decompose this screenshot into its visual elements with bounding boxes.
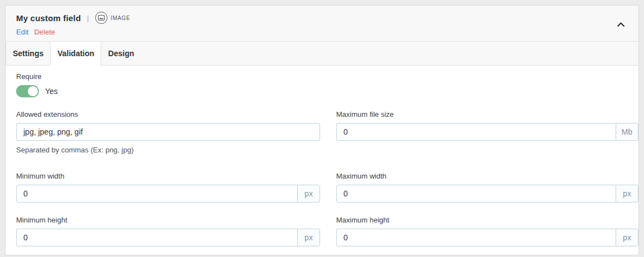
field-title: My custom field [16,13,81,23]
maximum-height-unit: px [616,229,638,246]
field-allowed-extensions: Allowed extensions Separated by commas (… [16,110,320,154]
maximum-height-input[interactable] [337,229,616,246]
field-minimum-height: Minimum height px [16,216,320,246]
minimum-height-input-group: px [16,229,320,246]
maximum-width-unit: px [616,185,638,202]
minimum-width-input[interactable] [17,185,297,202]
require-label: Require [16,72,627,81]
delete-link[interactable]: Delete [34,28,55,36]
tab-design[interactable]: Design [101,42,141,65]
field-type-label: IMAGE [111,15,130,21]
minimum-width-unit: px [297,185,319,202]
field-row: Allowed extensions Separated by commas (… [16,110,627,154]
field-type-badge: IMAGE [95,12,130,24]
allowed-extensions-input[interactable] [17,123,319,140]
require-field-group: Require Yes [16,72,627,97]
maximum-file-size-input-group: Mb [336,123,638,141]
validation-tab-content: Require Yes Allowed extensions Separated… [6,66,638,255]
minimum-height-label: Minimum height [16,216,320,224]
require-toggle-row: Yes [16,85,627,97]
card-header: My custom field | IMAGE Edit Delete [6,6,638,42]
collapse-chevron-up-icon[interactable] [614,20,627,29]
maximum-height-label: Maximum height [336,216,638,224]
field-row: Minimum width px Maximum width px [16,172,627,202]
minimum-width-input-group: px [16,185,320,202]
custom-field-card: My custom field | IMAGE Edit Delete [5,5,639,255]
header-actions: Edit Delete [16,28,630,36]
tabbar: Settings Validation Design [6,42,638,66]
allowed-extensions-input-group [16,123,320,141]
maximum-width-label: Maximum width [336,172,638,180]
tab-settings[interactable]: Settings [6,42,51,65]
field-maximum-height: Maximum height px [336,216,638,246]
tab-validation[interactable]: Validation [51,42,101,66]
minimum-height-unit: px [297,229,319,246]
toggle-knob [27,86,38,97]
field-minimum-width: Minimum width px [16,172,320,202]
field-maximum-width: Maximum width px [336,172,638,202]
require-toggle[interactable] [16,85,39,97]
maximum-file-size-label: Maximum file size [336,110,638,118]
maximum-file-size-unit: Mb [616,123,638,140]
require-state-label: Yes [45,87,58,96]
maximum-width-input-group: px [336,185,638,202]
minimum-height-input[interactable] [17,229,297,246]
allowed-extensions-helper: Separated by commas (Ex: png, jpg) [16,146,320,154]
title-row: My custom field | IMAGE [16,12,630,24]
maximum-width-input[interactable] [337,185,616,202]
minimum-width-label: Minimum width [16,172,320,180]
image-icon [95,12,107,24]
maximum-file-size-input[interactable] [337,123,616,140]
edit-link[interactable]: Edit [16,28,28,36]
maximum-height-input-group: px [336,229,638,246]
allowed-extensions-label: Allowed extensions [16,110,320,118]
field-row: Minimum height px Maximum height px [16,216,627,246]
field-maximum-file-size: Maximum file size Mb [336,110,638,141]
title-separator: | [87,14,89,22]
